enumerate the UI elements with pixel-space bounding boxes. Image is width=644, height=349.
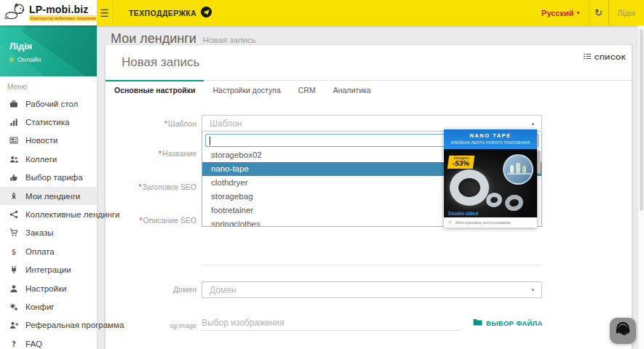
preview-title: NANO TAPE — [444, 132, 537, 139]
og-image-input[interactable]: Выбор изображения — [202, 316, 461, 331]
scrollbar-thumb[interactable] — [640, 29, 643, 211]
user-icon — [9, 284, 19, 293]
sidebar-item-collective-landings[interactable]: Коллективные лендинги — [0, 205, 97, 223]
domain-select-placeholder: Домен — [210, 285, 236, 295]
app-root: LP-mobi.biz Конструктор мобильных лендин… — [0, 0, 644, 349]
sidebar-item-news[interactable]: Новости — [0, 132, 97, 150]
preview-product-image: СКИДКА -53% Double-sided — [444, 149, 537, 217]
sidebar-item-label: Реферальная программа — [25, 321, 124, 329]
preview-inset-photo — [503, 154, 533, 185]
refresh-button[interactable]: ↻ — [589, 7, 608, 18]
language-selector[interactable]: Русский ▾ — [533, 9, 588, 17]
sidebar-item-label: Новости — [25, 136, 58, 145]
sidebar-item-integrations[interactable]: Интеграции — [0, 261, 97, 279]
svg-text:$: $ — [12, 247, 17, 256]
template-preview: NANO TAPE КЛЕЙКАЯ ЛЕНТА НОВОГО ПОКОЛЕНИЯ… — [444, 129, 537, 228]
sidebar-item-payment[interactable]: $Оплата — [0, 242, 97, 260]
tab-analytics[interactable]: Аналитика — [325, 81, 380, 99]
sidebar-item-label: Коллективные лендинги — [25, 210, 119, 219]
choose-file-button[interactable]: ВЫБОР ФАЙЛА — [473, 318, 543, 327]
colleagues-icon — [9, 155, 19, 164]
inset-shelf — [507, 173, 532, 174]
support-chat-button[interactable] — [610, 318, 636, 344]
sidebar-item-label: Рабочий стол — [25, 100, 78, 108]
menu-section-label: Меню — [7, 83, 97, 91]
domain-select[interactable]: Домен ▾ — [202, 281, 542, 298]
chevron-down-icon: ▾ — [531, 287, 534, 293]
page-title: Мои лендинги — [111, 31, 196, 47]
tab-main-settings[interactable]: Основные настройки — [106, 81, 204, 99]
og-image-placeholder: Выбор изображения — [202, 318, 285, 328]
breadcrumb-subtitle: Новая запись — [203, 36, 256, 44]
main-content: Мои лендинги Новая запись Новая запись С… — [97, 25, 644, 349]
sidebar-item-label: Интеграции — [25, 265, 71, 274]
sidebar-item-orders[interactable]: Заказы — [0, 224, 97, 242]
tab-access-settings[interactable]: Настройки доступа — [204, 81, 289, 99]
online-status-label: Онлайн — [17, 56, 41, 63]
sidebar-item-tariff[interactable]: Выбор тарифа — [0, 169, 97, 187]
tariff-icon — [9, 173, 19, 182]
seo-title-field-label: *Заголовок SEO — [106, 182, 196, 191]
sidebar: Лідія Онлайн Меню Рабочий столСтатистика… — [0, 25, 97, 349]
user-plus-icon — [9, 321, 19, 329]
template-select-placeholder: Шаблон — [210, 119, 242, 129]
discount-badge: СКИДКА -53% — [448, 156, 475, 169]
logo-text: LP-mobi.biz Конструктор мобильных лендин… — [29, 4, 98, 21]
sidebar-item-colleagues[interactable]: Коллеги — [0, 150, 97, 168]
topbar-username[interactable]: Лідія — [609, 9, 644, 17]
sidebar-item-config[interactable]: Конфиг — [0, 297, 97, 316]
sidebar-item-faq[interactable]: ?FAQ — [0, 334, 97, 349]
dropdown-scrollbar[interactable] — [537, 151, 541, 174]
form-divider — [202, 265, 542, 265]
telegram-icon — [201, 7, 212, 19]
required-mark: * — [138, 182, 141, 191]
sidebar-item-label: Выбор тарифа — [25, 173, 83, 182]
topbar-right: Русский ▾ ↻ Лідія — [533, 0, 644, 25]
rocket-icon — [9, 192, 19, 201]
list-button[interactable]: СПИСОК — [584, 53, 626, 61]
domain-field-label: Домен — [106, 285, 196, 294]
logo[interactable]: LP-mobi.biz Конструктор мобильных лендин… — [0, 0, 97, 25]
logo-subtitle: Конструктор мобильных лендингов — [29, 15, 98, 21]
topbar: LP-mobi.biz Конструктор мобильных лендин… — [0, 0, 644, 25]
online-status-dot — [9, 57, 14, 62]
sidebar-item-label: Статистика — [25, 118, 69, 127]
chevron-up-icon: ▴ — [531, 121, 534, 127]
name-field-label: *Название — [106, 149, 196, 158]
desktop-icon — [9, 100, 19, 108]
sidebar-item-label: Мои лендинги — [25, 192, 80, 201]
breadcrumb: Мои лендинги Новая запись — [97, 25, 644, 47]
preview-caption: Double-sided — [448, 211, 478, 216]
folder-icon — [473, 318, 482, 327]
headset-icon — [614, 321, 632, 341]
sidebar-item-referral[interactable]: Реферальная программа — [0, 316, 97, 334]
support-label: ТЕХПОДДЕРЖКА — [129, 9, 196, 17]
inset-item — [510, 165, 514, 173]
question-icon: ? — [9, 340, 19, 348]
template-field-label: *Шаблон — [106, 119, 196, 128]
page-scrollbar[interactable] — [637, 25, 644, 349]
logo-title: LP-mobi.biz — [29, 4, 98, 15]
plug-icon — [9, 265, 19, 274]
card-title: Новая запись — [122, 55, 199, 70]
sidebar-item-desktop[interactable]: Рабочий стол — [0, 95, 97, 113]
sidebar-item-label: Оплата — [25, 247, 55, 256]
required-mark: * — [159, 149, 162, 158]
choose-file-label: ВЫБОР ФАЙЛА — [486, 319, 543, 327]
preview-feature-row: ✔ Многоразовое использование — [444, 217, 537, 228]
sidebar-item-label: Настройки — [25, 284, 66, 293]
sidebar-item-statistics[interactable]: Статистика — [0, 113, 97, 131]
hamburger-menu-icon[interactable]: ☰ — [97, 0, 113, 25]
tab-crm[interactable]: CRM — [290, 81, 325, 99]
sidebar-item-settings[interactable]: Настройки — [0, 279, 97, 297]
inset-item — [522, 166, 526, 173]
news-icon — [9, 136, 19, 145]
support-button[interactable]: ТЕХПОДДЕРЖКА — [129, 7, 212, 19]
required-mark: * — [140, 216, 143, 225]
preview-feature-label: Многоразовое использование — [456, 220, 511, 225]
sidebar-item-label: FAQ — [25, 340, 42, 348]
tape-roll-large — [450, 169, 489, 206]
cart-icon — [9, 228, 19, 237]
sidebar-username: Лідія — [9, 41, 32, 52]
sidebar-item-my-landings[interactable]: Мои лендинги — [0, 187, 97, 205]
